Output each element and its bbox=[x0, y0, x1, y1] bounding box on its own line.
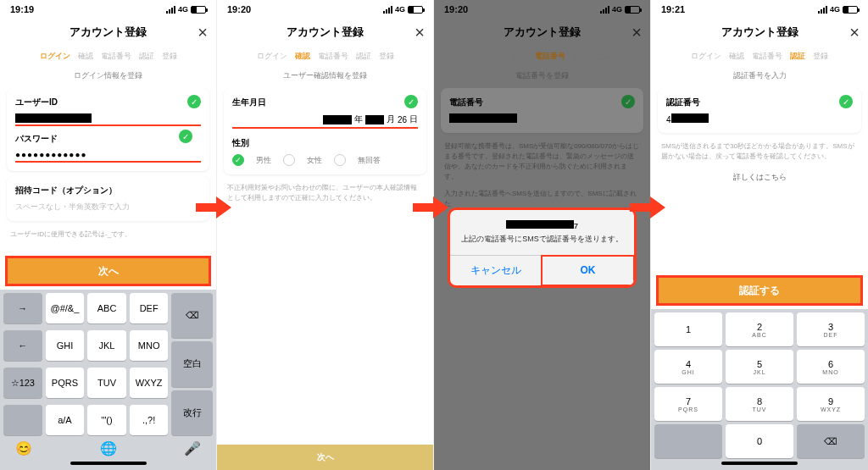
tab-confirm[interactable]: 確認 bbox=[729, 51, 744, 62]
tab-register[interactable]: 登録 bbox=[813, 51, 828, 62]
check-icon: ✓ bbox=[179, 130, 192, 143]
emoji-icon[interactable]: 😊 bbox=[15, 440, 32, 456]
key-symbols[interactable]: @#/&_ bbox=[46, 293, 85, 323]
tab-login[interactable]: ログイン bbox=[257, 51, 287, 62]
subtitle: ログイン情報を登録 bbox=[0, 67, 216, 88]
globe-icon[interactable]: 🌐 bbox=[100, 440, 117, 456]
tab-phone[interactable]: 電話番号 bbox=[752, 51, 782, 62]
key-space[interactable]: 空白 bbox=[171, 341, 213, 386]
radio-none[interactable] bbox=[334, 154, 346, 166]
key-2[interactable]: 2ABC bbox=[726, 312, 793, 346]
key-blank[interactable] bbox=[3, 405, 42, 435]
step-tabs: ログイン 確認 電話番号 認証 登録 bbox=[0, 46, 216, 67]
time: 19:20 bbox=[227, 4, 251, 14]
user-id-label: ユーザーID bbox=[15, 97, 201, 108]
page-title: アカウント登録 bbox=[70, 25, 147, 40]
tab-register[interactable]: 登録 bbox=[379, 51, 394, 62]
key-arrow-right[interactable]: → bbox=[3, 293, 42, 323]
tab-register[interactable]: 登録 bbox=[162, 51, 177, 62]
network: 4G bbox=[178, 5, 188, 14]
key-def[interactable]: DEF bbox=[130, 293, 169, 323]
close-icon[interactable]: × bbox=[415, 23, 425, 42]
details-link[interactable]: 詳しくはこちら bbox=[658, 165, 861, 190]
network: 4G bbox=[395, 5, 405, 14]
svg-marker-2 bbox=[630, 196, 665, 218]
numpad[interactable]: 1 2ABC 3DEF 4GHI 5JKL 6MNO 7PQRS 8TUV 9W… bbox=[651, 309, 868, 470]
dob-input[interactable]: 年 月 26日 bbox=[232, 113, 418, 129]
check-icon: ✓ bbox=[839, 95, 853, 108]
key-punct[interactable]: .,?! bbox=[130, 405, 169, 435]
mic-icon[interactable]: 🎤 bbox=[184, 440, 201, 456]
key-case[interactable]: a/A bbox=[46, 405, 85, 435]
next-button[interactable]: 次へ bbox=[217, 445, 433, 470]
tab-auth[interactable]: 認証 bbox=[356, 51, 371, 62]
check-icon: ✓ bbox=[404, 95, 418, 108]
close-icon[interactable]: × bbox=[849, 23, 860, 42]
key-quotes[interactable]: '"() bbox=[87, 405, 126, 435]
page-title: アカウント登録 bbox=[287, 25, 364, 40]
ok-button[interactable]: OK bbox=[541, 255, 635, 286]
key-6[interactable]: 6MNO bbox=[797, 350, 865, 384]
code-input[interactable]: 4 bbox=[666, 113, 853, 124]
invite-input[interactable]: スペースなし・半角英数字で入力 bbox=[15, 202, 201, 213]
key-8[interactable]: 8TUV bbox=[726, 387, 793, 421]
gender-label: 性別 bbox=[232, 137, 418, 149]
signal-icon bbox=[818, 6, 827, 14]
key-1[interactable]: 1 bbox=[654, 312, 722, 346]
user-id-input[interactable] bbox=[15, 113, 201, 126]
screen-login: 19:19 4G アカウント登録 × ログイン 確認 電話番号 認証 登録 ログ… bbox=[0, 0, 217, 470]
code-label: 認証番号 bbox=[666, 97, 853, 108]
arrow-icon bbox=[196, 195, 231, 220]
key-5[interactable]: 5JKL bbox=[726, 350, 793, 384]
tab-phone[interactable]: 電話番号 bbox=[318, 51, 348, 62]
status-bar: 19:19 4G bbox=[0, 0, 216, 19]
keyboard[interactable]: → @#/&_ ABC DEF ← GHI JKL MNO ☆123 PQRS … bbox=[0, 290, 216, 470]
key-arrow-left[interactable]: ← bbox=[3, 330, 42, 361]
note: SMSが送信されるまで30秒ほどかかる場合があります。SMSが届かない場合は、戻… bbox=[658, 138, 861, 165]
svg-marker-0 bbox=[196, 196, 231, 218]
cancel-button[interactable]: キャンセル bbox=[450, 256, 542, 285]
tab-confirm[interactable]: 確認 bbox=[295, 51, 310, 62]
key-7[interactable]: 7PQRS bbox=[654, 387, 722, 421]
radio-female[interactable] bbox=[283, 154, 295, 166]
close-icon[interactable]: × bbox=[198, 23, 208, 42]
check-icon: ✓ bbox=[187, 95, 201, 108]
auth-button[interactable]: 認証する bbox=[656, 275, 863, 306]
screen-auth: 19:21 4G アカウント登録× ログイン 確認 電話番号 認証 登録 認証番… bbox=[651, 0, 868, 470]
key-mode[interactable]: ☆123 bbox=[3, 368, 42, 398]
tab-login[interactable]: ログイン bbox=[691, 51, 721, 62]
key-wxyz[interactable]: WXYZ bbox=[130, 368, 169, 398]
key-pqrs[interactable]: PQRS bbox=[46, 368, 85, 398]
key-ghi[interactable]: GHI bbox=[46, 330, 85, 361]
key-backspace[interactable]: ⌫ bbox=[797, 424, 865, 458]
tab-phone[interactable]: 電話番号 bbox=[101, 51, 131, 62]
key-enter[interactable]: 改行 bbox=[171, 390, 213, 435]
key-backspace[interactable]: ⌫ bbox=[171, 293, 213, 338]
nav-bar: アカウント登録 × bbox=[0, 19, 216, 46]
key-mno[interactable]: MNO bbox=[130, 330, 169, 361]
screen-phone: 19:20 4G アカウント登録× ログイン 確認 電話番号 認証 登録 電話番… bbox=[434, 0, 651, 470]
subtitle: ユーザー確認情報を登録 bbox=[217, 67, 433, 88]
key-9[interactable]: 9WXYZ bbox=[797, 387, 865, 421]
tab-login[interactable]: ログイン bbox=[40, 51, 70, 62]
home-indicator[interactable] bbox=[70, 462, 147, 465]
tab-confirm[interactable]: 確認 bbox=[78, 51, 93, 62]
key-4[interactable]: 4GHI bbox=[654, 350, 722, 384]
subtitle: 認証番号を入力 bbox=[651, 67, 868, 88]
key-abc[interactable]: ABC bbox=[87, 293, 126, 323]
status-bar: 19:21 4G bbox=[651, 0, 868, 19]
tab-auth[interactable]: 認証 bbox=[139, 51, 154, 62]
key-tuv[interactable]: TUV bbox=[87, 368, 126, 398]
tab-auth[interactable]: 認証 bbox=[790, 51, 805, 62]
key-3[interactable]: 3DEF bbox=[797, 312, 865, 346]
key-0[interactable]: 0 bbox=[726, 424, 793, 458]
home-indicator[interactable] bbox=[721, 462, 798, 465]
confirm-alert: 7 上記の電話番号にSMSで認証番号を送ります。 キャンセル OK bbox=[448, 207, 637, 288]
radio-male[interactable]: ✓ bbox=[232, 154, 244, 166]
password-input[interactable]: ●●●●●●●●●●●● bbox=[15, 150, 201, 163]
key-jkl[interactable]: JKL bbox=[87, 330, 126, 361]
dob-label: 生年月日 bbox=[232, 97, 418, 108]
next-button[interactable]: 次へ bbox=[5, 256, 211, 286]
page-title: アカウント登録 bbox=[721, 25, 798, 40]
arrow-icon bbox=[630, 195, 665, 220]
